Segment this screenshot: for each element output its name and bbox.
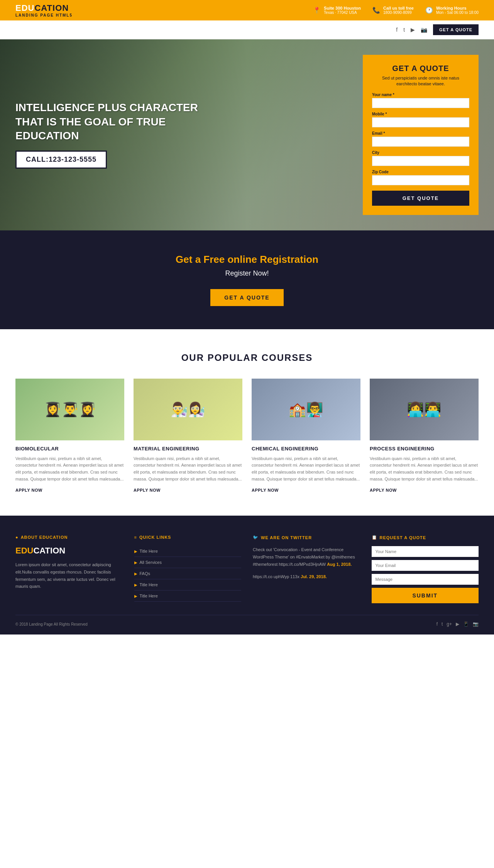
course-card-chemical: CHEMICAL ENGINEERING Vestibulum quam nis… (252, 379, 360, 492)
tweet-2: https://t.co uphWyp 113x Jul. 29, 2018. (253, 573, 360, 580)
clock-icon: 🕐 (425, 7, 433, 14)
footer-logo-edu: EDU (15, 546, 33, 555)
registration-section: Get a Free online Registration Register … (0, 230, 494, 329)
logo-text: EDUCATION (15, 3, 73, 13)
youtube-icon[interactable]: ▶ (411, 27, 415, 33)
apply-now-material[interactable]: APPLY NOW (134, 488, 242, 492)
footer-links-title: ≡ QUICK LINKS (134, 535, 242, 540)
footer-link-label-5: Title Here (140, 594, 158, 598)
hero-title: INTELLIGENCE PLUS CHARACTER THAT IS THE … (15, 101, 201, 143)
course-desc-biomolecular: Vestibulum quam nisi, pretium a nibh sit… (15, 455, 124, 482)
footer-your-name-input[interactable] (372, 546, 479, 557)
apply-now-biomolecular[interactable]: APPLY NOW (15, 488, 124, 492)
footer-instagram-icon[interactable]: 📷 (473, 621, 479, 627)
footer-link-label-4: Title Here (140, 582, 158, 587)
twitter-col-icon: 🐦 (253, 535, 259, 540)
mobile-label: Mobile * (372, 112, 469, 116)
phone-number: 1800-9090-8099 (383, 10, 414, 15)
logo-edu: EDU (15, 3, 34, 13)
footer-links-col: ≡ QUICK LINKS ▶ Title Here ▶ All Service… (134, 535, 242, 603)
apply-now-chemical[interactable]: APPLY NOW (252, 488, 360, 492)
footer-about-title: ● ABOUT EDUCATION (15, 535, 123, 540)
logo-subtitle: LANDING PAGE HTML5 (15, 13, 73, 17)
footer-facebook-icon[interactable]: f (436, 621, 438, 627)
footer-link-title3[interactable]: ▶ Title Here (134, 591, 242, 602)
tweet-2-date: Jul. 29, 2018. (301, 574, 327, 579)
hero-call-label: CALL:123-123-5555 (15, 151, 107, 169)
header-get-quote-button[interactable]: GET A QUOTE (433, 24, 479, 35)
course-image-process (370, 379, 479, 440)
footer-link-title1[interactable]: ▶ Title Here (134, 546, 242, 557)
secondary-nav: f t ▶ 📷 GET A QUOTE (0, 20, 494, 39)
tweet-1-date: Aug 1, 2018. (327, 562, 352, 567)
footer-email-input[interactable] (372, 560, 479, 571)
arrow-icon-5: ▶ (134, 594, 137, 598)
zip-code-input[interactable] (372, 175, 469, 185)
hours-times: Mon - Sat 06:00 to 18:00 (436, 10, 479, 15)
phone-text: Call us toll free 1800-9090-8099 (383, 6, 414, 15)
address-text: Suite 300 Houston Texas · 77042 USA (324, 6, 361, 15)
course-image-biomolecular (15, 379, 124, 440)
email-input[interactable] (372, 137, 469, 147)
address-info: 📍 Suite 300 Houston Texas · 77042 USA (313, 6, 361, 15)
city-input[interactable] (372, 156, 469, 166)
phone-icon: 📞 (372, 7, 380, 14)
registration-get-quote-button[interactable]: GET A QUOTE (210, 289, 283, 306)
course-name-biomolecular: BIOMOLECULAR (15, 446, 124, 452)
hours-label: Working Hours (436, 6, 479, 10)
copyright-text: © 2018 Landing Page All Rights Reserved (15, 622, 88, 626)
course-image-material (134, 379, 242, 440)
footer-logo-cation: CATION (33, 546, 65, 555)
footer-submit-button[interactable]: SUBMIT (372, 588, 479, 603)
get-quote-submit-button[interactable]: GET QUOTE (372, 191, 469, 206)
course-name-material: MATERIAL ENGINEERING (134, 446, 242, 452)
footer-link-title2[interactable]: ▶ Title Here (134, 579, 242, 591)
mobile-input[interactable] (372, 117, 469, 127)
footer-youtube-icon[interactable]: ▶ (456, 621, 459, 627)
footer: ● ABOUT EDUCATION EDUCATION Lorem ipsum … (0, 516, 494, 635)
top-info-bar: 📍 Suite 300 Houston Texas · 77042 USA 📞 … (313, 6, 479, 15)
your-name-input[interactable] (372, 98, 469, 108)
footer-mobile-icon[interactable]: 📱 (463, 621, 469, 627)
facebook-icon[interactable]: f (396, 27, 398, 33)
footer-link-all-services[interactable]: ▶ All Services (134, 557, 242, 568)
course-desc-process: Vestibulum quam nisi, pretium a nibh sit… (370, 455, 479, 482)
city-label: City (372, 151, 469, 155)
course-image-chemical (252, 379, 360, 440)
top-bar: EDUCATION LANDING PAGE HTML5 📍 Suite 300… (0, 0, 494, 20)
courses-section-title: OUR POPULAR COURSES (15, 352, 479, 363)
hero-section: INTELLIGENCE PLUS CHARACTER THAT IS THE … (0, 39, 494, 230)
address-line2: Texas · 77042 USA (324, 10, 361, 15)
footer-twitter-title: 🐦 WE ARE ON TWITTER (253, 535, 360, 540)
arrow-icon-2: ▶ (134, 560, 137, 565)
arrow-icon-3: ▶ (134, 572, 137, 576)
footer-about-desc: Lorem ipsum dolor sit amet, consectetur … (15, 561, 123, 590)
course-card-process: PROCESS ENGINEERING Vestibulum quam nisi… (370, 379, 479, 492)
tweet-1: Check out 'Convocation - Event and Confe… (253, 546, 360, 568)
links-icon: ≡ (134, 535, 137, 540)
courses-section: OUR POPULAR COURSES BIOMOLECULAR Vestibu… (0, 329, 494, 516)
twitter-icon[interactable]: t (403, 27, 405, 33)
request-icon: 📋 (372, 535, 377, 540)
arrow-icon-1: ▶ (134, 549, 137, 553)
footer-googleplus-icon[interactable]: g+ (447, 621, 452, 627)
hero-quote-form: GET A QUOTE Sed ut perspiciatis unde omn… (363, 55, 479, 215)
footer-link-label-1: Title Here (140, 549, 158, 553)
instagram-icon[interactable]: 📷 (421, 27, 427, 33)
footer-twitter-col: 🐦 WE ARE ON TWITTER Check out 'Convocati… (253, 535, 360, 603)
your-name-label: Your name * (372, 93, 469, 97)
footer-message-input[interactable] (372, 574, 479, 585)
phone-info: 📞 Call us toll free 1800-9090-8099 (372, 6, 414, 15)
hero-content: INTELLIGENCE PLUS CHARACTER THAT IS THE … (15, 101, 363, 169)
course-name-process: PROCESS ENGINEERING (370, 446, 479, 452)
location-icon: 📍 (313, 7, 321, 14)
footer-twitter-icon[interactable]: t (442, 621, 443, 627)
apply-now-process[interactable]: APPLY NOW (370, 488, 479, 492)
footer-link-faqs[interactable]: ▶ FAQs (134, 568, 242, 579)
registration-subtitle: Register Now! (15, 269, 479, 277)
footer-request-col: 📋 REQUEST A QUOTE SUBMIT (372, 535, 479, 603)
arrow-icon-4: ▶ (134, 583, 137, 587)
course-card-material: MATERIAL ENGINEERING Vestibulum quam nis… (134, 379, 242, 492)
about-icon: ● (15, 535, 19, 540)
address-line1: Suite 300 Houston (324, 6, 361, 10)
